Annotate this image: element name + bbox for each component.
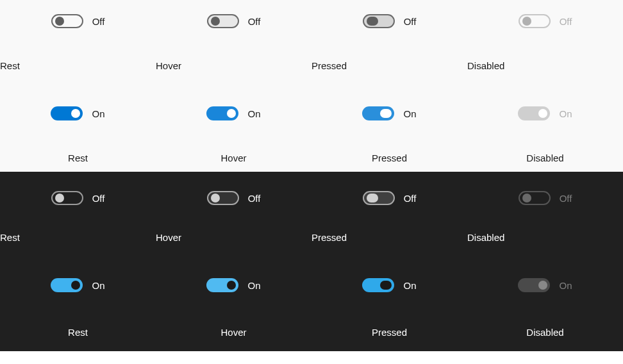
state-caption-rest: Rest <box>68 327 88 338</box>
toggle-off-hover-dark[interactable] <box>207 191 239 205</box>
dark-theme-section: Off Off Off Off Rest Hover Pressed Disa <box>0 172 623 351</box>
toggle-value-label: On <box>92 280 104 291</box>
toggle-knob <box>227 109 236 118</box>
toggle-knob <box>522 17 531 26</box>
toggle-on-hover-light[interactable] <box>206 106 238 120</box>
toggle-value-label: Off <box>92 193 105 204</box>
toggle-value-label: On <box>559 280 572 291</box>
state-caption-hover: Hover <box>220 153 246 163</box>
state-caption-rest: Rest <box>0 232 20 243</box>
toggle-value-label: Off <box>248 193 261 204</box>
toggle-value-label: On <box>403 280 416 291</box>
state-caption-disabled: Disabled <box>526 153 563 163</box>
toggle-value-label: Off <box>248 16 261 27</box>
state-caption-disabled: Disabled <box>467 60 504 71</box>
toggle-knob <box>211 194 220 203</box>
state-caption-disabled: Disabled <box>467 232 504 243</box>
toggle-value-label: On <box>559 108 572 119</box>
toggle-on-disabled-dark <box>518 278 550 292</box>
state-caption-rest: Rest <box>0 60 20 71</box>
state-caption-hover: Hover <box>156 60 181 71</box>
dark-off-caption-row: Rest Hover Pressed Disabled <box>0 218 623 264</box>
toggle-value-label: Off <box>560 16 572 27</box>
state-caption-hover: Hover <box>156 232 181 243</box>
toggle-value-label: Off <box>404 16 417 27</box>
dark-on-caption-row: Rest Hover Pressed Disabled <box>0 310 623 351</box>
toggle-value-label: On <box>247 108 260 119</box>
toggle-value-label: Off <box>92 16 105 27</box>
state-caption-rest: Rest <box>68 153 88 163</box>
toggle-off-disabled-light <box>519 14 551 28</box>
toggle-off-rest-light[interactable] <box>51 14 83 28</box>
light-theme-section: Off Off Off Off Rest Hover Pressed Disa <box>0 0 623 172</box>
toggle-knob <box>538 109 547 118</box>
toggle-value-label: Off <box>560 193 572 204</box>
toggle-on-rest-light[interactable] <box>51 106 83 120</box>
state-caption-pressed: Pressed <box>312 232 347 243</box>
toggle-off-pressed-light[interactable] <box>363 14 395 28</box>
toggle-knob <box>367 17 378 26</box>
toggle-on-pressed-light[interactable] <box>362 106 394 120</box>
toggle-knob <box>522 194 531 203</box>
toggle-knob <box>55 17 64 26</box>
toggle-on-rest-dark[interactable] <box>51 278 83 292</box>
toggle-off-disabled-dark <box>519 191 551 205</box>
toggle-knob <box>380 281 392 290</box>
toggle-value-label: Off <box>404 193 417 204</box>
toggle-knob <box>380 109 392 118</box>
state-caption-pressed: Pressed <box>312 60 347 71</box>
toggle-knob <box>71 281 80 290</box>
state-caption-hover: Hover <box>220 327 246 338</box>
toggle-knob <box>71 109 80 118</box>
toggle-on-hover-dark[interactable] <box>206 278 238 292</box>
toggle-off-rest-dark[interactable] <box>51 191 83 205</box>
toggle-value-label: On <box>92 108 104 119</box>
toggle-knob <box>211 17 220 26</box>
toggle-off-hover-light[interactable] <box>207 14 239 28</box>
light-on-caption-row: Rest Hover Pressed Disabled <box>0 138 623 172</box>
toggle-on-disabled-light <box>518 106 550 120</box>
state-caption-pressed: Pressed <box>372 327 407 338</box>
light-off-caption-row: Rest Hover Pressed Disabled <box>0 46 623 92</box>
toggle-off-pressed-dark[interactable] <box>363 191 395 205</box>
toggle-knob <box>367 194 378 203</box>
dark-on-toggle-row: On On On On <box>0 264 623 310</box>
toggle-on-pressed-dark[interactable] <box>362 278 394 292</box>
toggle-knob <box>227 281 236 290</box>
light-on-toggle-row: On On On On <box>0 92 623 138</box>
toggle-value-label: On <box>247 280 260 291</box>
dark-off-toggle-row: Off Off Off Off <box>0 172 623 218</box>
light-off-toggle-row: Off Off Off Off <box>0 0 623 46</box>
state-caption-disabled: Disabled <box>526 327 563 338</box>
toggle-knob <box>538 281 547 290</box>
state-caption-pressed: Pressed <box>372 153 407 163</box>
toggle-value-label: On <box>403 108 416 119</box>
toggle-knob <box>55 194 64 203</box>
